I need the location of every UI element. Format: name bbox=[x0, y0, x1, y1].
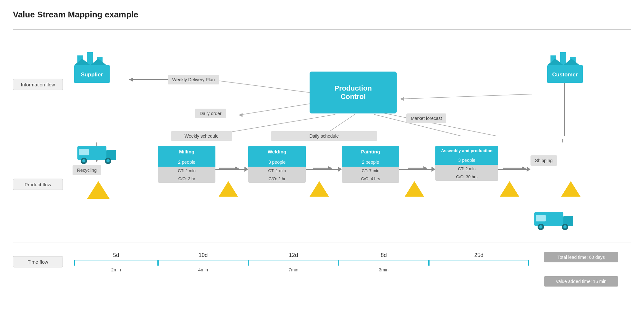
time-seg3-bottom: 7min bbox=[289, 267, 298, 272]
time-seg2-top: 10d bbox=[199, 252, 208, 259]
time-seg1-bracket bbox=[74, 260, 158, 266]
process-block-milling: Milling 2 people CT: 2 min C/O: 3 hr bbox=[158, 146, 215, 183]
arrow-painting-assembly bbox=[399, 167, 435, 172]
daily-order-box: Daily order bbox=[195, 109, 226, 118]
svg-line-2 bbox=[210, 80, 310, 93]
market-forecast-box: Market forecast bbox=[406, 113, 446, 123]
assembly-co: C/O: 30 hrs bbox=[435, 173, 498, 181]
svg-point-39 bbox=[106, 159, 110, 162]
welding-ct: CT: 1 min bbox=[248, 167, 306, 175]
milling-co: C/O: 3 hr bbox=[158, 175, 215, 183]
time-seg3-top: 12d bbox=[289, 252, 298, 259]
lane-time-label: Time flow bbox=[13, 256, 63, 268]
weekly-delivery-plan-box: Weekly Delivery Plan bbox=[168, 75, 219, 84]
page: Value Stream Mapping example Information… bbox=[0, 0, 644, 322]
process-block-welding: Welding 3 people CT: 1 min C/O: 2 hr bbox=[248, 146, 306, 183]
welding-name: Welding bbox=[248, 146, 306, 158]
shipping-box: Shipping bbox=[530, 155, 557, 166]
time-seg5-top: 25d bbox=[474, 252, 483, 259]
time-seg3-bracket bbox=[248, 260, 339, 266]
total-lead-time-box: Total lead time: 60 days bbox=[544, 252, 618, 262]
svg-marker-4 bbox=[239, 113, 243, 117]
painting-co: C/O: 4 hrs bbox=[342, 175, 399, 183]
svg-rect-40 bbox=[79, 149, 89, 155]
arrow-milling-welding bbox=[215, 167, 248, 172]
lane-info-label: Information flow bbox=[13, 79, 63, 90]
inventory-triangle-3 bbox=[405, 181, 424, 197]
inventory-triangle-1 bbox=[219, 181, 238, 197]
svg-rect-47 bbox=[536, 215, 546, 221]
process-block-painting: Painting 2 people CT: 7 min C/O: 4 hrs bbox=[342, 146, 399, 183]
milling-people: 2 people bbox=[158, 158, 215, 167]
painting-name: Painting bbox=[342, 146, 399, 158]
svg-point-37 bbox=[82, 159, 85, 162]
customer-label: Customer bbox=[547, 67, 583, 83]
time-segment-1: 5d 2min bbox=[74, 252, 158, 272]
inventory-triangle-5 bbox=[561, 181, 580, 197]
painting-ct: CT: 7 min bbox=[342, 167, 399, 175]
svg-point-46 bbox=[563, 225, 567, 229]
time-seg5-bracket bbox=[429, 260, 529, 266]
time-seg2-bottom: 4min bbox=[198, 267, 208, 272]
arrow-assembly-shipping bbox=[498, 167, 530, 172]
lane-info: Information flow Production Control line… bbox=[13, 29, 631, 139]
supplier-truck bbox=[76, 141, 118, 168]
time-segment-5: 25d bbox=[429, 252, 529, 267]
time-segment-3: 12d 7min bbox=[248, 252, 339, 272]
process-block-assembly: Assembly and production 3 people CT: 2 m… bbox=[435, 146, 498, 181]
value-added-time-box: Value added time: 16 min bbox=[544, 276, 618, 287]
lane-container: Information flow Production Control line… bbox=[13, 29, 631, 316]
assembly-people: 3 people bbox=[435, 156, 498, 165]
lane-time: Time flow 5d 2min 10d 4min 12d 7min bbox=[13, 242, 631, 316]
production-control-box: Production Control bbox=[310, 72, 397, 113]
svg-marker-10 bbox=[400, 97, 404, 101]
time-seg4-top: 8d bbox=[381, 252, 387, 259]
assembly-ct: CT: 2 min bbox=[435, 165, 498, 173]
inventory-triangle-recycling bbox=[87, 181, 110, 199]
assembly-name: Assembly and production bbox=[435, 146, 498, 156]
supplier-truck-icon bbox=[76, 141, 118, 167]
milling-name: Milling bbox=[158, 146, 215, 158]
welding-co: C/O: 2 hr bbox=[248, 175, 306, 183]
svg-point-44 bbox=[539, 225, 542, 229]
lane-product: Product flow bbox=[13, 139, 631, 242]
time-seg1-bottom: 2min bbox=[111, 267, 121, 272]
production-control-label: Production Control bbox=[334, 84, 372, 101]
supplier-factory: Supplier bbox=[71, 49, 113, 84]
time-seg4-bracket bbox=[339, 260, 429, 266]
time-seg2-bracket bbox=[158, 260, 248, 266]
time-segment-2: 10d 4min bbox=[158, 252, 248, 272]
svg-line-3 bbox=[239, 104, 310, 115]
page-title: Value Stream Mapping example bbox=[13, 10, 631, 20]
svg-marker-1 bbox=[129, 78, 133, 82]
supplier-label: Supplier bbox=[74, 67, 110, 83]
customer-truck bbox=[533, 207, 575, 234]
recycling-box: Recycling bbox=[73, 165, 101, 175]
milling-ct: CT: 2 min bbox=[158, 167, 215, 175]
painting-people: 2 people bbox=[342, 158, 399, 167]
time-segment-4: 8d 3min bbox=[339, 252, 429, 272]
time-seg4-bottom: 3min bbox=[379, 267, 389, 272]
inventory-triangle-2 bbox=[310, 181, 329, 197]
svg-line-9 bbox=[400, 94, 532, 99]
welding-people: 3 people bbox=[248, 158, 306, 167]
time-seg1-top: 5d bbox=[113, 252, 119, 259]
inventory-triangle-4 bbox=[500, 181, 519, 197]
arrow-welding-painting bbox=[306, 167, 342, 172]
lane-product-label: Product flow bbox=[13, 179, 63, 190]
customer-factory: Customer bbox=[544, 49, 586, 84]
customer-truck-icon bbox=[533, 207, 575, 233]
